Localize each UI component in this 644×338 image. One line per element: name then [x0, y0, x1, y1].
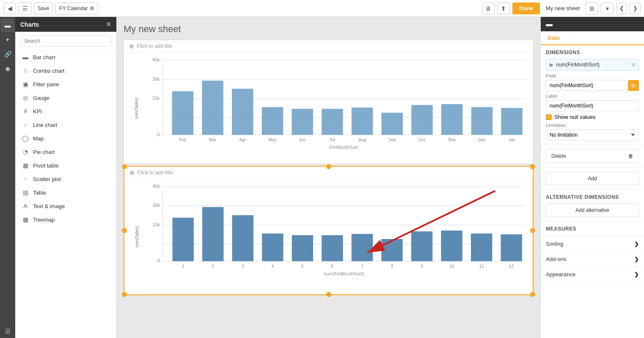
- pie-chart-icon: ◔: [22, 148, 29, 155]
- panel-tab-data[interactable]: Data: [541, 31, 566, 45]
- desktop-icon-btn[interactable]: 🖥: [482, 3, 495, 14]
- field-input[interactable]: [546, 80, 626, 91]
- sidebar-item-pivot-table[interactable]: ▦ Pivot table: [15, 159, 116, 172]
- sidebar-item-pie-chart[interactable]: ◔ Pie chart: [15, 145, 116, 159]
- prev-sheet-btn[interactable]: ❮: [616, 3, 627, 14]
- svg-text:15k: 15k: [152, 222, 160, 227]
- svg-text:30k: 30k: [152, 77, 160, 82]
- search-input[interactable]: [20, 36, 111, 47]
- svg-text:Dec: Dec: [478, 137, 486, 142]
- sidebar-item-table[interactable]: ▤ Table: [15, 186, 116, 199]
- chart-panel-icon[interactable]: ▬: [1, 19, 14, 32]
- svg-text:Jan: Jan: [508, 137, 515, 142]
- sidebar-item-text-image[interactable]: A Text & image: [15, 199, 116, 213]
- svg-text:Feb: Feb: [179, 137, 187, 142]
- extensions-icon[interactable]: ✦: [1, 33, 14, 47]
- chart-1[interactable]: ⊕ Click to add title sum(Sales) 45k 30k …: [124, 40, 534, 164]
- link-icon[interactable]: 🔗: [1, 47, 14, 61]
- trash-icon: 🗑: [628, 153, 633, 159]
- gauge-icon: ◎: [22, 94, 29, 101]
- fx-button[interactable]: fx: [628, 80, 639, 91]
- add-alternative-button[interactable]: Add alternative: [546, 203, 639, 217]
- svg-rect-45: [173, 218, 194, 261]
- svg-rect-14: [292, 109, 313, 135]
- sidebar-close-btn[interactable]: ✕: [106, 20, 111, 28]
- sidebar-item-kpi[interactable]: # KPI: [15, 104, 116, 118]
- limitation-select[interactable]: No limitation: [546, 129, 639, 140]
- svg-text:Nov: Nov: [448, 137, 456, 142]
- share-icon-btn[interactable]: ⬆: [497, 3, 510, 14]
- label-input[interactable]: [546, 100, 639, 111]
- handle-tr[interactable]: [530, 164, 535, 169]
- done-button[interactable]: Done: [512, 3, 540, 14]
- save-button[interactable]: Save: [34, 3, 53, 14]
- dimension-item[interactable]: ▶ num(FinMonthSort) ≡: [546, 59, 639, 71]
- dimensions-title: Dimensions: [546, 49, 639, 55]
- sidebar-item-scatter-plot[interactable]: ⁘ Scatter plot: [15, 172, 116, 186]
- svg-rect-19: [441, 104, 462, 135]
- sidebar: Charts ✕ ▬ Bar chart ⎍ Combo chart ▣ Fil…: [15, 17, 117, 338]
- calendar-icon: ⚙: [90, 5, 94, 11]
- svg-rect-56: [501, 234, 522, 261]
- table-icon: ▤: [22, 189, 29, 196]
- appearance-chevron-icon: ❯: [634, 271, 639, 278]
- svg-text:4: 4: [272, 264, 274, 269]
- field-input-row: fx: [546, 80, 639, 91]
- sidebar-item-bar-chart[interactable]: ▬ Bar chart: [15, 50, 116, 64]
- sidebar-item-label: Line chart: [33, 122, 57, 128]
- sidebar-item-filter-pane[interactable]: ▣ Filter pane: [15, 77, 116, 91]
- layout-icon-btn[interactable]: ⊞: [586, 3, 598, 14]
- menu-btn[interactable]: ☰: [19, 3, 31, 14]
- chart-2[interactable]: ⊕ Click to add title sum(Sales) 45k 30k …: [124, 166, 534, 295]
- sorting-label: Sorting: [546, 241, 563, 247]
- svg-text:30k: 30k: [152, 203, 160, 208]
- measures-section: Measures: [541, 222, 644, 236]
- svg-rect-20: [471, 107, 493, 135]
- sidebar-item-gauge[interactable]: ◎ Gauge: [15, 91, 116, 104]
- sidebar-item-treemap[interactable]: ▩ Treemap: [15, 213, 116, 226]
- back-nav-btn[interactable]: ◀: [3, 3, 16, 14]
- right-panel: ▬ Data Dimensions ▶ num(FinMonthSort) ≡ …: [540, 17, 644, 338]
- sidebar-item-label: Gauge: [33, 95, 50, 101]
- svg-text:45k: 45k: [152, 57, 160, 62]
- sidebar-item-label: Text & image: [33, 203, 65, 209]
- svg-rect-46: [202, 207, 223, 261]
- canvas-area: My new sheet ⊕ Click to add title sum(Sa…: [117, 17, 540, 338]
- sidebar-item-label: Combo chart: [33, 68, 64, 74]
- svg-text:1: 1: [182, 264, 184, 269]
- handle-tm[interactable]: [326, 164, 331, 169]
- svg-text:45k: 45k: [152, 184, 160, 189]
- left-icon-bar: ▬ ✦ 🔗 ◉ ☰: [0, 17, 15, 338]
- chart-1-title-label: Click to add title: [137, 43, 173, 49]
- sorting-row[interactable]: Sorting ❯: [541, 236, 644, 252]
- dropdown-arrow-btn[interactable]: ▾: [601, 3, 614, 14]
- sidebar-item-line-chart[interactable]: ⟋ Line chart: [15, 118, 116, 132]
- sidebar-items-list: ▬ Bar chart ⎍ Combo chart ▣ Filter pane …: [15, 50, 116, 338]
- dim-menu-icon[interactable]: ≡: [632, 61, 635, 68]
- calendar-button[interactable]: FY Calendar ⚙: [55, 3, 98, 14]
- right-panel-header: ▬: [541, 17, 644, 31]
- svg-text:12: 12: [509, 264, 514, 269]
- sidebar-item-label: Map: [33, 135, 44, 142]
- svg-rect-17: [382, 113, 403, 135]
- sidebar-item-combo-chart[interactable]: ⎍ Combo chart: [15, 64, 116, 77]
- svg-rect-18: [411, 105, 432, 135]
- show-null-checkbox[interactable]: [546, 114, 552, 120]
- svg-rect-54: [441, 231, 462, 261]
- fields-icon[interactable]: ◉: [1, 62, 14, 75]
- appearance-row[interactable]: Appearance ❯: [541, 267, 644, 282]
- delete-button[interactable]: Delete 🗑: [546, 149, 639, 163]
- sidebar-item-map[interactable]: ◯ Map: [15, 132, 116, 145]
- svg-text:Oct: Oct: [419, 137, 426, 142]
- add-button[interactable]: Add: [546, 172, 639, 185]
- svg-text:Mar: Mar: [209, 137, 217, 142]
- addons-row[interactable]: Add-ons ❯: [541, 252, 644, 267]
- bottom-left-icon[interactable]: ☰: [1, 324, 14, 338]
- svg-text:Jul: Jul: [330, 137, 335, 142]
- svg-text:7: 7: [361, 264, 363, 269]
- svg-rect-10: [172, 91, 193, 135]
- next-sheet-btn[interactable]: ❯: [630, 3, 641, 14]
- chart-1-title-area[interactable]: ⊕ Click to add title: [124, 40, 533, 52]
- sidebar-item-label: Treemap: [33, 217, 55, 223]
- sheet-title: My new sheet: [124, 24, 534, 35]
